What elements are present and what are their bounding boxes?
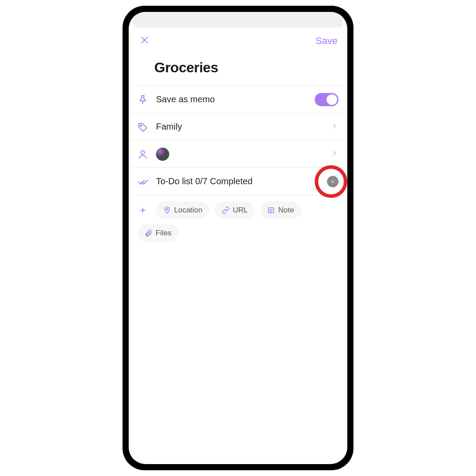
person-icon	[138, 149, 148, 160]
avatar	[156, 148, 169, 161]
close-icon	[140, 35, 149, 45]
pin-icon	[138, 94, 148, 105]
link-icon	[222, 206, 230, 214]
delete-todo-button[interactable]	[327, 176, 338, 187]
chip-url[interactable]: URL	[215, 201, 255, 219]
location-icon	[163, 206, 171, 214]
chip-note-label: Note	[278, 206, 294, 215]
chip-location[interactable]: Location	[156, 201, 209, 219]
status-bar	[133, 12, 343, 28]
chip-note[interactable]: Note	[260, 201, 301, 219]
chip-url-label: URL	[233, 206, 248, 215]
row-tag[interactable]: Family	[129, 113, 347, 140]
svg-point-4	[141, 151, 145, 154]
todo-label: To-Do list 0/7 Completed	[156, 176, 319, 186]
add-row: + Location URL Note Files	[129, 195, 347, 248]
svg-point-7	[166, 208, 168, 210]
title-block: Groceries	[129, 52, 347, 86]
memo-label: Save as memo	[156, 94, 307, 104]
chip-location-label: Location	[174, 206, 202, 215]
save-button[interactable]: Save	[316, 35, 338, 47]
svg-point-3	[141, 125, 142, 126]
row-todo[interactable]: To-Do list 0/7 Completed	[129, 167, 347, 195]
paperclip-icon	[145, 229, 152, 237]
memo-toggle[interactable]	[315, 93, 338, 106]
tag-icon	[138, 122, 148, 132]
header: Save	[129, 28, 347, 52]
chip-files-label: Files	[156, 229, 171, 238]
chevron-right-icon	[331, 121, 338, 133]
phone-frame: Save Groceries Save as memo Family	[123, 6, 353, 470]
plus-icon[interactable]: +	[138, 204, 148, 216]
tag-label: Family	[156, 122, 323, 132]
x-icon	[330, 179, 335, 184]
close-button[interactable]	[138, 35, 151, 47]
chip-files[interactable]: Files	[138, 224, 178, 242]
double-check-icon	[138, 176, 148, 187]
note-icon	[267, 206, 275, 214]
toggle-knob	[327, 94, 337, 105]
page-title[interactable]: Groceries	[154, 60, 338, 76]
phone-screen: Save Groceries Save as memo Family	[129, 12, 347, 464]
chevron-right-icon	[331, 149, 338, 160]
row-save-as-memo[interactable]: Save as memo	[129, 86, 347, 113]
row-assignee[interactable]	[129, 140, 347, 167]
